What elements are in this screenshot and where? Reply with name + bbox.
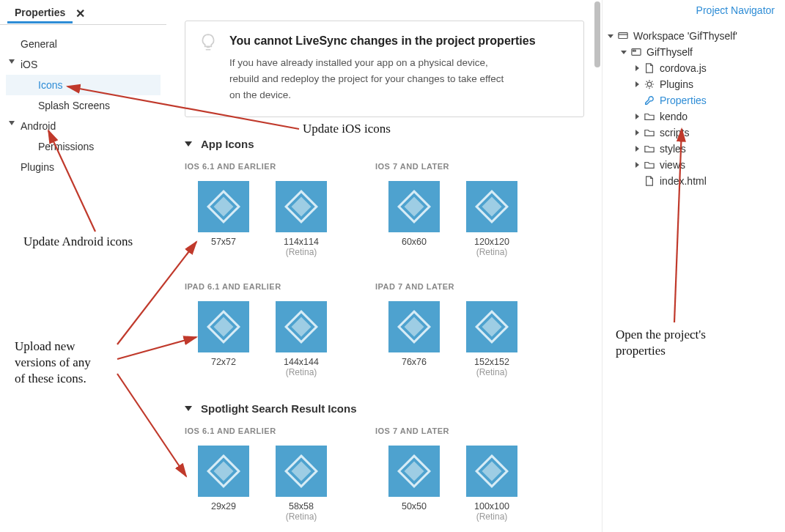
group-label: IOS 7 AND LATER — [375, 426, 566, 435]
tree-properties[interactable]: Properties — [607, 92, 781, 108]
project-navigator-title[interactable]: Project Navigator — [602, 0, 785, 21]
tree-index[interactable]: index.html — [607, 173, 781, 189]
app-icon-slot[interactable] — [388, 301, 440, 352]
size-label: 144x144 — [262, 357, 340, 367]
app-icon-slot[interactable] — [388, 446, 440, 497]
tab-properties[interactable]: Properties — [7, 4, 73, 23]
nav-plugins[interactable]: Plugins — [6, 157, 161, 177]
size-label: 29x29 — [185, 501, 262, 511]
notice-line: If you have already installed your app o… — [229, 57, 488, 68]
tree-styles[interactable]: styles — [607, 141, 781, 157]
workspace-icon — [617, 31, 629, 41]
svg-point-4 — [647, 82, 652, 86]
gear-icon — [644, 79, 655, 89]
project-icon — [630, 47, 642, 57]
group-label: IOS 7 AND LATER — [375, 162, 566, 171]
chevron-down-icon — [185, 141, 192, 147]
project-navigator: Project Navigator Workspace 'GifThyself'… — [602, 0, 785, 532]
app-icon-slot[interactable] — [466, 301, 517, 352]
retina-label: (Retina) — [453, 511, 531, 522]
app-icon-slot[interactable] — [198, 301, 249, 352]
size-label: 76x76 — [375, 357, 453, 367]
group-label: IPAD 6.1 AND EARLIER — [185, 282, 375, 291]
tree-kendo[interactable]: kendo — [607, 108, 781, 125]
section-app-icons[interactable]: App Icons — [185, 138, 584, 150]
main-content: You cannot LiveSync changes in the proje… — [167, 0, 602, 532]
size-label: 58x58 — [262, 501, 340, 511]
retina-label: (Retina) — [453, 247, 531, 257]
app-icon-slot[interactable] — [276, 301, 327, 352]
lightbulb-icon — [199, 33, 218, 54]
nav-android[interactable]: Android — [6, 116, 161, 136]
svg-rect-0 — [619, 33, 627, 39]
app-icon-slot[interactable] — [466, 446, 517, 497]
tree-plugins[interactable]: Plugins — [607, 76, 781, 92]
tab-bar: Properties ✕ — [0, 3, 166, 25]
retina-label: (Retina) — [453, 367, 531, 377]
tree-views[interactable]: views — [607, 157, 781, 173]
tree-cordova[interactable]: cordova.js — [607, 60, 781, 76]
group-label: IOS 6.1 AND EARLIER — [185, 426, 375, 435]
retina-label: (Retina) — [262, 247, 340, 257]
nav-general[interactable]: General — [6, 34, 161, 54]
svg-rect-3 — [633, 50, 636, 51]
file-icon — [644, 63, 655, 73]
size-label: 60x60 — [375, 237, 453, 247]
group-label: IOS 6.1 AND EARLIER — [185, 162, 375, 171]
nav-ios-icons[interactable]: Icons — [6, 75, 161, 95]
livesync-notice: You cannot LiveSync changes in the proje… — [185, 21, 584, 117]
notice-line: on the device. — [229, 89, 291, 100]
nav-android-permissions[interactable]: Permissions — [6, 136, 161, 157]
size-label: 50x50 — [375, 501, 453, 511]
notice-title: You cannot LiveSync changes in the proje… — [229, 34, 567, 48]
properties-sidebar: Properties ✕ General iOS Icons Splash Sc… — [0, 0, 167, 532]
nav-ios-splash[interactable]: Splash Screens — [6, 95, 161, 116]
section-spotlight-icons[interactable]: Spotlight Search Result Icons — [185, 402, 584, 415]
scrollbar-thumb[interactable] — [594, 1, 600, 67]
retina-label: (Retina) — [262, 367, 340, 377]
wrench-icon — [644, 95, 655, 106]
app-icon-slot[interactable] — [198, 446, 249, 497]
app-icon-slot[interactable] — [276, 181, 327, 232]
size-label: 120x120 — [453, 237, 531, 247]
notice-line: rebuild and redeploy the project for you… — [229, 73, 504, 84]
folder-icon — [644, 144, 655, 154]
size-label: 152x152 — [453, 357, 531, 367]
folder-icon — [644, 111, 655, 122]
file-icon — [644, 176, 655, 186]
folder-icon — [644, 160, 655, 170]
app-icon-slot[interactable] — [198, 181, 249, 232]
tree-scripts[interactable]: scripts — [607, 125, 781, 141]
app-icon-slot[interactable] — [276, 446, 327, 497]
app-icon-slot[interactable] — [388, 181, 440, 232]
size-label: 57x57 — [185, 237, 262, 247]
size-label: 100x100 — [453, 501, 531, 511]
size-label: 114x114 — [262, 237, 340, 247]
chevron-down-icon — [185, 406, 192, 411]
tree-workspace[interactable]: Workspace 'GifThyself' — [607, 28, 781, 44]
retina-label: (Retina) — [262, 511, 340, 522]
group-label: IPAD 7 AND LATER — [375, 282, 566, 291]
close-icon[interactable]: ✕ — [75, 7, 85, 21]
properties-nav: General iOS Icons Splash Screens Android… — [0, 25, 166, 186]
tree-project[interactable]: GifThyself — [607, 44, 781, 60]
size-label: 72x72 — [185, 357, 262, 367]
nav-ios[interactable]: iOS — [6, 54, 161, 75]
folder-icon — [644, 128, 655, 138]
app-icon-slot[interactable] — [466, 181, 517, 232]
